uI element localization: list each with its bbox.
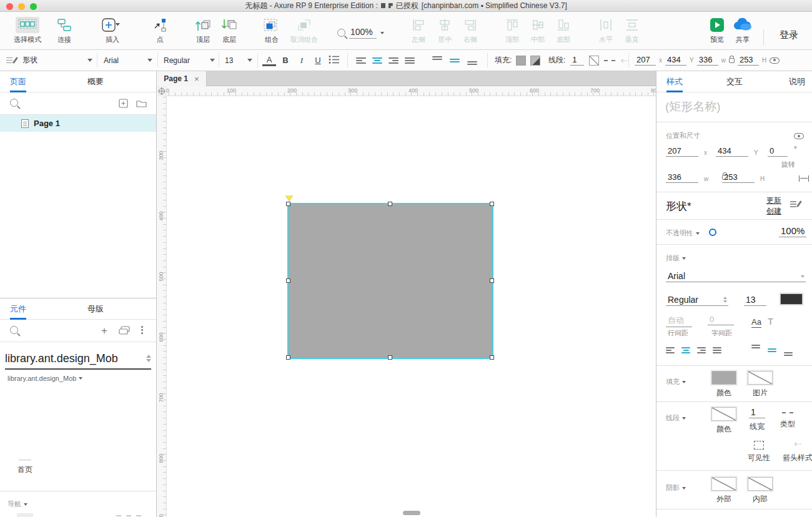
tab-style[interactable]: 样式: [666, 71, 683, 92]
text-align-center-button[interactable]: [372, 50, 382, 71]
insert-button[interactable]: 插入: [95, 17, 130, 44]
inspector-y-field[interactable]: 434: [716, 146, 748, 157]
login-button[interactable]: 登录: [780, 29, 798, 41]
valign-middle-button[interactable]: [450, 50, 460, 71]
group-button[interactable]: 组合: [257, 17, 286, 44]
search-icon[interactable]: [10, 326, 18, 334]
shadow-outer-swatch[interactable]: [711, 477, 736, 491]
line-type-icon[interactable]: [782, 412, 793, 413]
text-align-left-button[interactable]: [356, 50, 366, 71]
inspector-w-field[interactable]: 336: [666, 172, 698, 183]
line-visibility-control[interactable]: 可见性: [748, 441, 770, 463]
tab-pages[interactable]: 页面: [10, 71, 26, 92]
opacity-value[interactable]: 100%: [779, 225, 806, 237]
bullet-list-button[interactable]: [329, 50, 340, 71]
text-align-justify-icon[interactable]: [713, 346, 721, 355]
align-right-button[interactable]: 右侧: [458, 17, 483, 44]
visibility-dashed-icon[interactable]: [754, 441, 764, 450]
zoom-window-button[interactable]: [30, 3, 37, 10]
text-case-button[interactable]: Aa: [751, 317, 761, 328]
h-field[interactable]: 253: [738, 55, 759, 66]
add-page-icon[interactable]: [119, 99, 128, 110]
rotate-field[interactable]: 0: [768, 146, 788, 157]
zoom-value[interactable]: 100%: [349, 27, 377, 39]
line-color-control[interactable]: 颜色: [711, 407, 736, 435]
font-weight-select[interactable]: Regular: [164, 50, 215, 71]
resize-handle-sw[interactable]: [286, 355, 290, 360]
share-button[interactable]: 共享: [730, 17, 756, 44]
inspector-font-family[interactable]: Arial: [666, 271, 806, 282]
align-bottom-button[interactable]: 底部: [551, 17, 576, 44]
send-to-back-button[interactable]: 底层: [216, 17, 242, 44]
resize-handle-w[interactable]: [286, 278, 290, 283]
selection-mode-button[interactable]: 选择模式: [7, 17, 47, 44]
fit-width-icon[interactable]: [799, 175, 809, 182]
visibility-eye-icon[interactable]: [770, 57, 780, 64]
close-tab-icon[interactable]: ×: [194, 74, 199, 84]
shadow-inner-swatch[interactable]: [748, 477, 773, 491]
valign-middle-icon[interactable]: [768, 347, 776, 353]
distribute-vertical-button[interactable]: 垂直: [620, 17, 645, 44]
line-type-icon[interactable]: [604, 60, 615, 61]
tab-masters[interactable]: 母版: [87, 298, 104, 320]
shadow-inner-control[interactable]: 内部: [748, 477, 773, 505]
canvas-area[interactable]: Page 1 × 0 100 200 300 400 500 600 700 8…: [157, 71, 656, 517]
library-stack-icon[interactable]: [119, 326, 130, 337]
typography-header[interactable]: 排版: [666, 254, 686, 263]
more-options-icon[interactable]: [141, 326, 143, 334]
resize-handle-n[interactable]: [388, 202, 392, 206]
align-top-button[interactable]: 顶部: [500, 17, 525, 44]
add-library-icon[interactable]: +: [101, 325, 107, 337]
line-width-control[interactable]: 1 线宽: [749, 407, 765, 432]
w-field[interactable]: 336: [697, 55, 718, 66]
text-color-swatch[interactable]: [780, 293, 803, 305]
nav-section-header[interactable]: 导航: [7, 500, 27, 509]
edit-style-icon[interactable]: [6, 50, 16, 71]
fill-header[interactable]: 填充: [666, 377, 686, 387]
page-tree-item[interactable]: Page 1: [0, 115, 156, 132]
update-style-link[interactable]: 更新: [766, 195, 781, 206]
fill-image-control[interactable]: 图片: [748, 371, 773, 398]
search-icon[interactable]: [10, 99, 18, 107]
edit-style-icon[interactable]: [790, 200, 800, 209]
fill-color-swatch[interactable]: [711, 371, 736, 385]
shadow-outer-control[interactable]: 外部: [711, 477, 736, 505]
close-window-button[interactable]: [6, 3, 13, 10]
line-header[interactable]: 线段: [666, 413, 686, 423]
fill-image-swatch[interactable]: [748, 371, 773, 385]
align-middle-button[interactable]: 中部: [525, 17, 550, 44]
opacity-header[interactable]: 不透明性: [666, 229, 700, 238]
visibility-eye-icon[interactable]: [794, 133, 804, 139]
text-align-right-button[interactable]: [389, 50, 399, 71]
shape-name-input[interactable]: [665, 100, 809, 114]
font-size-select[interactable]: 13: [225, 50, 252, 71]
widget-item-statusbar[interactable]: 状态栏: [60, 513, 95, 517]
resize-handle-s[interactable]: [388, 355, 392, 360]
create-style-link[interactable]: 创建: [766, 206, 781, 217]
line-color-swatch[interactable]: [589, 56, 599, 66]
shadow-header[interactable]: 阴影: [666, 483, 686, 493]
widget-item-home[interactable]: 首页: [11, 450, 39, 475]
widget-item-background[interactable]: 背景: [10, 513, 40, 517]
valign-bottom-icon[interactable]: [784, 351, 793, 357]
bold-button[interactable]: B: [279, 50, 292, 71]
library-select[interactable]: library.ant.design_Mob: [5, 348, 151, 370]
italic-button[interactable]: I: [295, 50, 309, 71]
tab-interactions[interactable]: 交互: [726, 71, 743, 92]
ruler-origin[interactable]: [157, 86, 167, 96]
tab-notes[interactable]: 说明: [789, 71, 805, 92]
preview-button[interactable]: 预览: [705, 17, 730, 44]
canvas-tab-page1[interactable]: Page 1 ×: [157, 71, 207, 86]
font-color-button[interactable]: A: [262, 50, 276, 71]
tab-outline[interactable]: 概要: [87, 71, 104, 92]
fill-color-swatch[interactable]: [516, 56, 526, 66]
arrow-style-control[interactable]: ⇠ 箭头样式: [783, 438, 812, 463]
valign-top-button[interactable]: [432, 50, 442, 71]
line-width-field[interactable]: 1: [570, 55, 584, 66]
align-left-button[interactable]: 左侧: [406, 17, 431, 44]
x-field[interactable]: 207: [635, 55, 656, 66]
text-align-justify-button[interactable]: [405, 50, 415, 71]
horizontal-scrollbar-thumb[interactable]: [403, 511, 420, 515]
arrow-style-icon[interactable]: ⇠: [620, 55, 628, 66]
y-field[interactable]: 434: [665, 55, 686, 66]
